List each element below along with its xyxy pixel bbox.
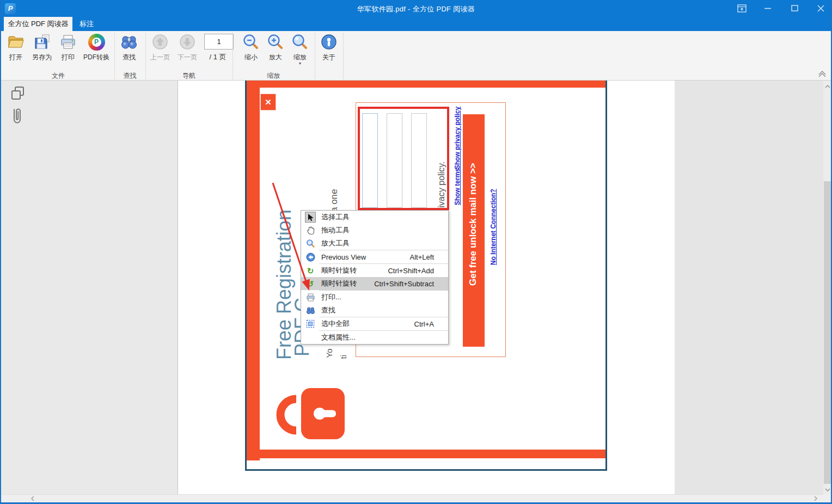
- empty-icon-slot: [304, 331, 316, 343]
- find-label: 查找: [123, 53, 136, 62]
- menu-item-label: 选中全部: [321, 319, 350, 329]
- menu-item-drag-tool[interactable]: 拖动工具: [301, 224, 448, 237]
- hand-icon: [304, 224, 316, 236]
- partial-text-fragment-2: ti: [339, 347, 348, 359]
- tab-annotate[interactable]: 标注: [72, 17, 101, 31]
- tab-annotate-label: 标注: [79, 19, 94, 29]
- menu-item-magnify-tool[interactable]: 放大工具: [301, 237, 448, 250]
- pdf-convert-label: PDF转换: [83, 53, 109, 62]
- context-menu: 选择工具 拖动工具 放大工具: [301, 210, 449, 345]
- pdf-convert-icon: P: [87, 33, 106, 51]
- open-button[interactable]: 打开: [3, 33, 28, 66]
- rotated-sentence-2: ivacy policy.: [437, 157, 446, 212]
- lock-icon: [276, 384, 347, 444]
- zoom-in-icon: [266, 33, 285, 51]
- menu-item-document-properties[interactable]: 文档属性...: [301, 331, 448, 344]
- form-field-2[interactable]: [387, 113, 402, 208]
- ribbon-tab-row: 全方位 PDF 阅读器 标注: [1, 17, 831, 31]
- page-total-label: / 1 页: [201, 52, 234, 62]
- show-terms-link[interactable]: Show terms: [454, 175, 461, 205]
- vertical-scroll-thumb[interactable]: [824, 181, 831, 484]
- previous-page-button[interactable]: 上一页: [148, 33, 173, 66]
- scroll-down-button[interactable]: [824, 485, 831, 494]
- no-internet-link[interactable]: No Internet Connection?: [490, 193, 497, 265]
- chevron-left-icon: [31, 496, 34, 501]
- folder-open-icon: [7, 33, 25, 51]
- zoom-dropdown-button[interactable]: 缩放 ▾: [287, 33, 313, 66]
- maximize-icon: [791, 5, 798, 11]
- group-label-zoom: 缩放: [233, 71, 315, 80]
- about-button[interactable]: 关于: [316, 33, 341, 66]
- menu-item-label: 查找: [321, 305, 335, 315]
- menu-item-rotate-counterclockwise[interactable]: ↺ 顺时针旋转 Ctrl+Shift+Subtract: [301, 277, 448, 290]
- close-button[interactable]: [810, 0, 831, 16]
- scroll-up-button[interactable]: [824, 82, 831, 90]
- maximize-button[interactable]: [784, 0, 805, 16]
- menu-item-select-tool[interactable]: 选择工具: [301, 211, 448, 224]
- form-field-1[interactable]: [362, 113, 378, 208]
- menu-item-previous-view[interactable]: Previous View Alt+Left: [301, 250, 448, 263]
- print-label: 打印: [62, 53, 75, 62]
- chevron-up-outline-icon: [817, 70, 827, 78]
- find-button[interactable]: 查找: [117, 33, 142, 66]
- thumbnails-panel-button[interactable]: [11, 86, 25, 103]
- menu-item-label: 顺时针旋转: [321, 266, 357, 275]
- tab-reader-label: 全方位 PDF 阅读器: [8, 19, 68, 29]
- menu-item-rotate-clockwise[interactable]: ↻ 顺时针旋转 Ctrl+Shift+Add: [301, 264, 448, 277]
- collapse-ribbon-icon: [737, 4, 747, 13]
- collapse-ribbon-chevron[interactable]: [817, 70, 829, 79]
- next-page-label: 下一页: [178, 53, 197, 62]
- group-separator: [343, 33, 344, 79]
- menu-item-shortcut: Ctrl+A: [414, 320, 434, 328]
- menu-item-find[interactable]: 查找: [301, 304, 448, 317]
- form-field-3[interactable]: [411, 113, 427, 208]
- window-title: 华军软件园.pdf - 全方位 PDF 阅读器: [1, 4, 831, 14]
- zoom-out-icon: [242, 33, 260, 51]
- menu-item-label: 顺时针旋转: [321, 279, 357, 288]
- group-label-file: 文件: [17, 71, 99, 80]
- page-bottom-band: [247, 450, 605, 458]
- scroll-right-button[interactable]: [811, 495, 820, 502]
- zoom-icon: [291, 33, 309, 51]
- magnifier-icon: [304, 237, 316, 249]
- pdf-convert-button[interactable]: P PDF转换: [82, 33, 111, 66]
- zoom-in-button[interactable]: 放大: [263, 33, 288, 66]
- scroll-left-button[interactable]: [28, 495, 37, 502]
- previous-page-label: 上一页: [150, 53, 170, 62]
- save-as-label: 另存为: [32, 53, 52, 62]
- minimize-icon: [764, 8, 771, 9]
- printer-icon: [304, 291, 316, 303]
- menu-item-shortcut: Ctrl+Shift+Subtract: [374, 280, 434, 288]
- attachments-panel-button[interactable]: [11, 107, 23, 128]
- page-number-input[interactable]: [204, 34, 234, 50]
- next-page-button[interactable]: 下一页: [175, 33, 200, 66]
- app-window: P 华军软件园.pdf - 全方位 PDF 阅读器 全方位 PDF 阅读器 标注: [0, 0, 832, 504]
- rotate-clockwise-icon: ↻: [304, 265, 316, 276]
- save-as-button[interactable]: 另存为: [29, 33, 54, 66]
- menu-item-print[interactable]: 打印...: [301, 291, 448, 304]
- zoom-out-button[interactable]: 缩小: [238, 33, 264, 66]
- sidebar: [1, 81, 178, 494]
- collapse-ribbon-button[interactable]: [731, 0, 753, 16]
- tab-reader[interactable]: 全方位 PDF 阅读器: [4, 17, 72, 31]
- menu-item-label: 拖动工具: [321, 225, 350, 235]
- show-privacy-policy-link[interactable]: Show privacy policy: [454, 113, 461, 169]
- print-button[interactable]: 打印: [56, 33, 81, 66]
- dialog-close-button[interactable]: ✕: [260, 94, 276, 110]
- info-icon: [320, 33, 338, 51]
- save-icon: [33, 33, 51, 51]
- zoom-in-label: 放大: [269, 53, 282, 62]
- printer-icon: [59, 33, 77, 51]
- menu-item-label: 文档属性...: [321, 333, 356, 342]
- menu-item-select-all[interactable]: 选中全部 Ctrl+A: [301, 317, 448, 330]
- horizontal-scrollbar[interactable]: [1, 494, 823, 502]
- menu-item-label: Previous View: [321, 253, 366, 261]
- menu-item-label: 放大工具: [321, 238, 350, 248]
- chevron-up-icon: [825, 85, 830, 88]
- scrollbar-corner: [823, 494, 832, 502]
- minimize-button[interactable]: [757, 0, 779, 16]
- menu-item-label: 选择工具: [321, 212, 350, 222]
- up-arrow-icon: [151, 33, 169, 51]
- open-label: 打开: [9, 53, 22, 62]
- right-panel: [675, 81, 823, 494]
